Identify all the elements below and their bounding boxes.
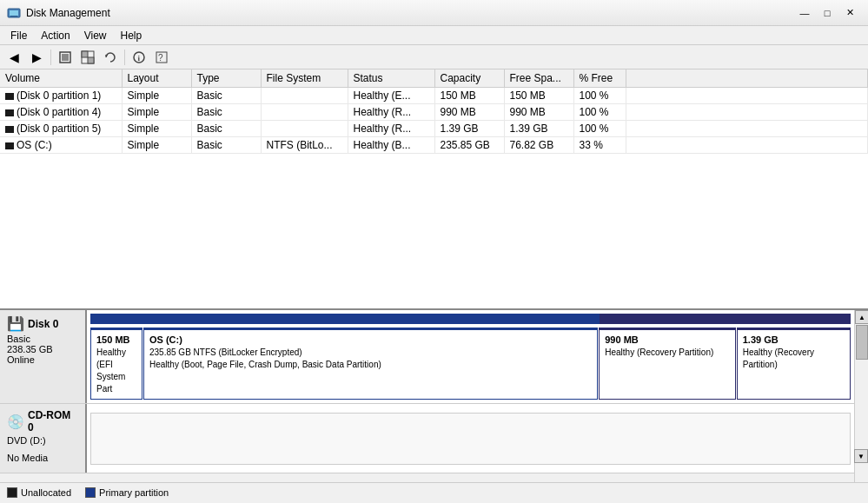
cell-filesystem: [261, 104, 348, 121]
toolbar-forward[interactable]: ▶: [26, 48, 47, 67]
cell-capacity: 150 MB: [434, 88, 504, 104]
disk0-bar: [90, 314, 851, 324]
bar-seg-3: [600, 314, 737, 324]
col-type: Type: [191, 69, 261, 88]
cell-layout: Simple: [122, 88, 191, 104]
toolbar-btn2[interactable]: [77, 48, 98, 67]
disk-visual-area: 💾 Disk 0 Basic 238.35 GB Online: [0, 310, 868, 501]
col-volume: Volume: [0, 69, 122, 88]
cell-percentfree: 33 %: [573, 137, 626, 154]
toolbar-back[interactable]: ◀: [3, 48, 24, 67]
cdrom-status: No Media: [7, 453, 78, 463]
cell-volume: OS (C:): [0, 137, 122, 154]
toolbar-properties[interactable]: i: [129, 48, 149, 67]
cell-layout: Simple: [122, 137, 191, 154]
cell-extra: [626, 137, 868, 154]
maximize-button[interactable]: □: [816, 4, 838, 22]
cell-extra: [626, 104, 868, 121]
legend-primary-swatch: [85, 487, 96, 498]
partition-cell-1[interactable]: 150 MB Healthy (EFI System Part: [90, 328, 142, 400]
scroll-down-arrow[interactable]: ▼: [854, 449, 868, 463]
cell-status: Healthy (B...: [348, 137, 434, 154]
legend-unallocated-swatch: [7, 487, 17, 498]
bar-seg-2: [129, 314, 600, 324]
minimize-button[interactable]: —: [793, 4, 816, 22]
app-icon: [7, 6, 21, 20]
menu-bar: File Action View Help: [0, 26, 868, 45]
cell-filesystem: [261, 121, 348, 137]
col-freespace: Free Spa...: [504, 69, 573, 88]
disk0-title: Disk 0: [28, 318, 58, 330]
cdrom-title: CD-ROM 0: [28, 409, 78, 434]
scroll-thumb[interactable]: [856, 325, 868, 360]
disk0-partitions: 150 MB Healthy (EFI System Part OS (C:) …: [87, 310, 854, 403]
disk0-size: 238.35 GB: [7, 344, 78, 354]
menu-view[interactable]: View: [77, 26, 114, 44]
cell-status: Healthy (E...: [348, 88, 434, 104]
cell-type: Basic: [191, 88, 261, 104]
cdrom-label: 💿 CD-ROM 0 DVD (D:) No Media: [0, 404, 87, 473]
cell-filesystem: NTFS (BitLo...: [261, 137, 348, 154]
title-bar: Disk Management — □ ✕: [0, 0, 868, 26]
cell-type: Basic: [191, 121, 261, 137]
cell-capacity: 235.85 GB: [434, 137, 504, 154]
cell-status: Healthy (R...: [348, 121, 434, 137]
col-layout: Layout: [122, 69, 191, 88]
cell-freespace: 76.82 GB: [504, 137, 573, 154]
svg-rect-6: [82, 51, 88, 57]
menu-help[interactable]: Help: [114, 26, 149, 44]
bar-seg-4: [737, 314, 851, 324]
cell-volume: (Disk 0 partition 4): [0, 104, 122, 121]
partition-cell-4[interactable]: 1.39 GB Healthy (Recovery Partition): [737, 328, 851, 400]
disk0-label: 💾 Disk 0 Basic 238.35 GB Online: [0, 310, 87, 403]
partition-cell-2[interactable]: OS (C:) 235.85 GB NTFS (BitLocker Encryp…: [143, 328, 598, 400]
col-filesystem: File System: [261, 69, 348, 88]
table-row[interactable]: OS (C:) Simple Basic NTFS (BitLo... Heal…: [0, 137, 868, 154]
cell-extra: [626, 88, 868, 104]
table-row[interactable]: (Disk 0 partition 5) Simple Basic Health…: [0, 121, 868, 137]
partition-cell-3[interactable]: 990 MB Healthy (Recovery Partition): [599, 328, 736, 400]
table-header-row: Volume Layout Type File System Status Ca…: [0, 69, 868, 88]
cdrom-partitions: [87, 404, 854, 473]
volume-table-container[interactable]: Volume Layout Type File System Status Ca…: [0, 69, 868, 310]
cell-freespace: 150 MB: [504, 88, 573, 104]
col-capacity: Capacity: [434, 69, 504, 88]
cdrom-empty: [90, 413, 851, 465]
cell-status: Healthy (R...: [348, 104, 434, 121]
toolbar-separator-2: [124, 50, 125, 65]
toolbar-separator-1: [50, 50, 51, 65]
col-extra: [626, 69, 868, 88]
cell-capacity: 1.39 GB: [434, 121, 504, 137]
toolbar: ◀ ▶ i ?: [0, 45, 868, 69]
menu-file[interactable]: File: [3, 26, 34, 44]
cell-type: Basic: [191, 104, 261, 121]
legend-unallocated: Unallocated: [7, 487, 71, 498]
svg-rect-1: [10, 10, 18, 16]
toolbar-refresh[interactable]: [100, 48, 121, 67]
bar-seg-1: [90, 314, 129, 324]
disk0-type: Basic: [7, 334, 78, 344]
cell-filesystem: [261, 88, 348, 104]
main-container: Volume Layout Type File System Status Ca…: [0, 69, 868, 501]
cdrom-row: 💿 CD-ROM 0 DVD (D:) No Media: [0, 404, 854, 473]
table-row[interactable]: (Disk 0 partition 1) Simple Basic Health…: [0, 88, 868, 104]
disk0-cells: 150 MB Healthy (EFI System Part OS (C:) …: [90, 328, 851, 400]
svg-rect-4: [62, 54, 69, 61]
svg-rect-2: [10, 16, 17, 17]
legend-primary-label: Primary partition: [99, 487, 169, 498]
cell-layout: Simple: [122, 104, 191, 121]
disk-scroll-area[interactable]: 💾 Disk 0 Basic 238.35 GB Online: [0, 310, 854, 482]
toolbar-btn1[interactable]: [55, 48, 76, 67]
scrollbar-track: ▲ ▼: [854, 310, 868, 482]
scroll-up-arrow[interactable]: ▲: [855, 310, 868, 324]
toolbar-help[interactable]: ?: [151, 48, 172, 67]
close-button[interactable]: ✕: [838, 4, 861, 22]
cell-extra: [626, 121, 868, 137]
menu-action[interactable]: Action: [34, 26, 76, 44]
cell-freespace: 990 MB: [504, 104, 573, 121]
disk0-row: 💾 Disk 0 Basic 238.35 GB Online: [0, 310, 854, 404]
cell-freespace: 1.39 GB: [504, 121, 573, 137]
window-title: Disk Management: [26, 7, 110, 19]
legend-bar: Unallocated Primary partition: [0, 482, 868, 501]
table-row[interactable]: (Disk 0 partition 4) Simple Basic Health…: [0, 104, 868, 121]
